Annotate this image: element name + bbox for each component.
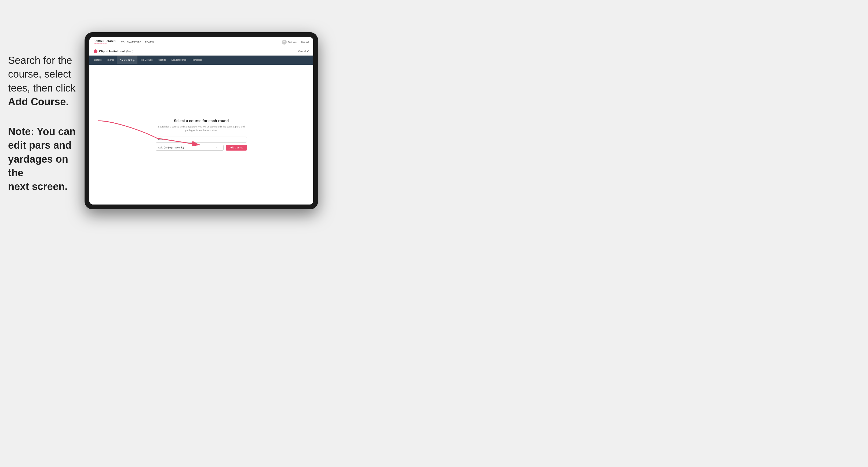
top-nav: SCOREBOARD Powered by clippd TOURNAMENTS…	[89, 37, 313, 47]
tournament-title-area: C Clippd Invitational (Men)	[94, 50, 133, 53]
tournament-icon: C	[94, 50, 97, 53]
cancel-icon: ✕	[307, 50, 309, 53]
instructions-panel: Search for thecourse, selecttees, then c…	[8, 54, 83, 194]
top-nav-links: TOURNAMENTS TEAMS	[121, 41, 282, 43]
tablet-screen: SCOREBOARD Powered by clippd TOURNAMENTS…	[89, 37, 313, 205]
logo-area: SCOREBOARD Powered by clippd	[94, 40, 116, 44]
instruction-text: Search for thecourse, selecttees, then c…	[8, 55, 75, 107]
tablet-frame: SCOREBOARD Powered by clippd TOURNAMENTS…	[85, 32, 318, 209]
tab-tee-groups[interactable]: Tee Groups	[137, 56, 155, 65]
tournament-name: Clippd Invitational	[99, 50, 125, 53]
tournament-type: (Men)	[126, 50, 133, 53]
cancel-button[interactable]: Cancel ✕	[298, 50, 309, 53]
tab-leaderboards[interactable]: Leaderboards	[169, 56, 189, 65]
instruction-highlight: Add Course.	[8, 96, 69, 107]
cancel-label: Cancel	[298, 50, 306, 53]
tournament-header: C Clippd Invitational (Men) Cancel ✕	[89, 47, 313, 56]
tab-course-setup[interactable]: Course Setup	[117, 56, 137, 65]
tab-results[interactable]: Results	[155, 56, 169, 65]
tee-select-row: Gold (M) (M) (7010 yds) ✕ ⌄ Add Course	[156, 145, 247, 151]
tee-select-controls: ✕ ⌄	[216, 146, 221, 149]
sign-out-link[interactable]: Sign out	[301, 41, 309, 43]
note-text: Note: You canedit pars andyardages on th…	[8, 125, 83, 193]
add-course-button[interactable]: Add Course	[226, 145, 247, 151]
top-nav-right: T Test User | Sign out	[282, 40, 309, 44]
nav-link-tournaments[interactable]: TOURNAMENTS	[121, 41, 141, 43]
nav-divider: |	[299, 41, 299, 43]
tee-chevron-icon[interactable]: ⌄	[219, 146, 221, 149]
course-search-input[interactable]	[156, 136, 247, 143]
nav-link-teams[interactable]: TEAMS	[145, 41, 154, 43]
user-avatar: T	[282, 40, 287, 44]
logo-sub: Powered by clippd	[94, 43, 116, 44]
tee-select-dropdown[interactable]: Gold (M) (M) (7010 yds) ✕ ⌄	[156, 145, 224, 151]
tab-printables[interactable]: Printables	[189, 56, 205, 65]
user-name: Test User	[288, 41, 298, 43]
tab-teams[interactable]: Teams	[104, 56, 117, 65]
card-description: Search for a course and select a tee. Yo…	[156, 125, 247, 132]
course-card: Select a course for each round Search fo…	[156, 119, 247, 151]
main-content: Select a course for each round Search fo…	[89, 65, 313, 205]
tab-details[interactable]: Details	[92, 56, 104, 65]
tee-select-value: Gold (M) (M) (7010 yds)	[158, 146, 184, 149]
tee-clear-icon[interactable]: ✕	[216, 146, 218, 149]
tab-bar: Details Teams Course Setup Tee Groups Re…	[89, 56, 313, 65]
logo-title: SCOREBOARD	[94, 40, 116, 43]
card-title: Select a course for each round	[156, 119, 247, 123]
